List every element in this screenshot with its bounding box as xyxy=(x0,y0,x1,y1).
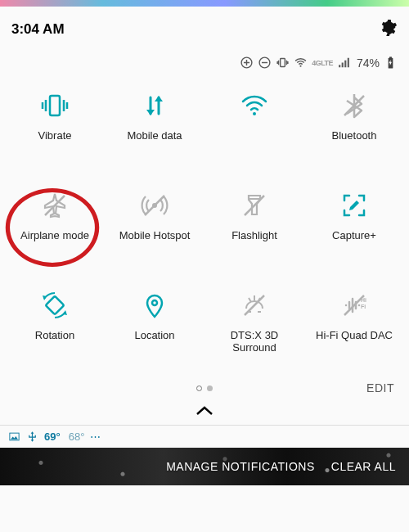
clock-time: 3:04 AM xyxy=(11,21,65,38)
svg-rect-14 xyxy=(46,296,65,315)
svg-rect-6 xyxy=(50,96,60,115)
tile-wifi[interactable] xyxy=(204,83,304,168)
mobile-data-icon xyxy=(132,83,178,128)
hotspot-icon xyxy=(132,183,178,228)
flashlight-icon xyxy=(231,183,277,228)
manage-notifications-button[interactable]: MANAGE NOTIFICATIONS xyxy=(166,460,315,473)
tile-label: Hi-Fi Quad DAC xyxy=(312,330,396,342)
tile-vibrate[interactable]: Vibrate xyxy=(5,83,105,168)
weather-bar[interactable]: 69° 68° ⋯ xyxy=(0,425,409,448)
dnd-icon xyxy=(258,56,272,70)
more-dots: ⋯ xyxy=(90,431,102,443)
location-icon xyxy=(132,282,178,328)
svg-line-11 xyxy=(145,196,164,215)
tile-capture-plus[interactable]: Capture+ xyxy=(304,183,404,268)
tile-label: Rotation xyxy=(32,330,78,342)
tile-label: Bluetooth xyxy=(329,130,380,142)
usb-icon xyxy=(26,431,38,443)
svg-text:Fi: Fi xyxy=(361,304,366,309)
svg-point-3 xyxy=(300,65,302,67)
edit-button[interactable]: EDIT xyxy=(366,381,394,394)
tile-mobile-data[interactable]: Mobile data xyxy=(105,83,204,168)
dts-icon xyxy=(231,282,277,328)
gear-icon xyxy=(380,19,398,37)
tile-label: Vibrate xyxy=(35,130,75,142)
tile-hifi-dac[interactable]: HiFi Hi-Fi Quad DAC xyxy=(304,282,404,367)
vibrate-status-icon xyxy=(276,56,290,70)
tile-bluetooth[interactable]: Bluetooth xyxy=(304,83,404,168)
signal-icon xyxy=(337,56,351,70)
chevron-up-icon xyxy=(196,405,213,417)
network-icon: 4GLTE xyxy=(312,60,333,66)
battery-percentage: 74% xyxy=(357,56,380,70)
airplane-icon xyxy=(32,183,78,228)
settings-button[interactable] xyxy=(380,19,398,40)
tile-label: Flashlight xyxy=(228,230,281,242)
battery-icon xyxy=(384,56,398,70)
status-bar: 3:04 AM xyxy=(0,7,409,52)
notification-actions-bar: MANAGE NOTIFICATIONS CLEAR ALL xyxy=(0,448,409,485)
vibrate-icon xyxy=(32,83,78,128)
tile-mobile-hotspot[interactable]: Mobile Hotspot xyxy=(105,183,204,268)
page-dot-2[interactable] xyxy=(207,385,213,391)
quick-settings-grid: Vibrate Mobile data Bluetooth Airplane m… xyxy=(0,78,409,367)
tile-airplane-mode[interactable]: Airplane mode xyxy=(5,183,105,268)
tile-label: Mobile Hotspot xyxy=(116,230,194,242)
status-icons-row: 4GLTE 74% xyxy=(0,52,409,78)
hifi-dac-icon: HiFi xyxy=(331,282,377,328)
svg-rect-2 xyxy=(281,59,285,67)
tile-location[interactable]: Location xyxy=(105,282,204,367)
gradient-bar xyxy=(0,0,409,7)
svg-line-9 xyxy=(45,196,65,215)
capture-plus-icon xyxy=(331,183,377,228)
page-dots[interactable] xyxy=(196,385,213,391)
tile-rotation[interactable]: Rotation xyxy=(5,282,105,367)
tile-label: Location xyxy=(131,330,178,342)
rotation-icon xyxy=(32,282,78,328)
add-circle-icon xyxy=(240,56,254,70)
wifi-status-icon xyxy=(294,56,308,70)
tile-label: DTS:X 3D Surround xyxy=(204,330,304,354)
picture-icon xyxy=(8,431,20,443)
svg-point-15 xyxy=(152,300,157,305)
temperature-now: 69° xyxy=(44,431,61,443)
svg-rect-5 xyxy=(389,56,392,58)
collapse-handle[interactable] xyxy=(0,404,409,425)
tile-label: Airplane mode xyxy=(17,230,92,242)
wifi-icon xyxy=(231,83,277,128)
clear-all-button[interactable]: CLEAR ALL xyxy=(331,460,396,473)
page-dot-1[interactable] xyxy=(196,385,202,391)
tile-label: Capture+ xyxy=(329,230,380,242)
bluetooth-icon xyxy=(331,83,377,128)
temperature-alt: 68° xyxy=(69,431,85,443)
svg-point-7 xyxy=(253,112,256,115)
tile-dts-surround[interactable]: DTS:X 3D Surround xyxy=(204,282,304,367)
tile-flashlight[interactable]: Flashlight xyxy=(204,183,304,268)
tile-label: Mobile data xyxy=(124,130,185,142)
page-indicator-row: EDIT xyxy=(0,374,409,402)
